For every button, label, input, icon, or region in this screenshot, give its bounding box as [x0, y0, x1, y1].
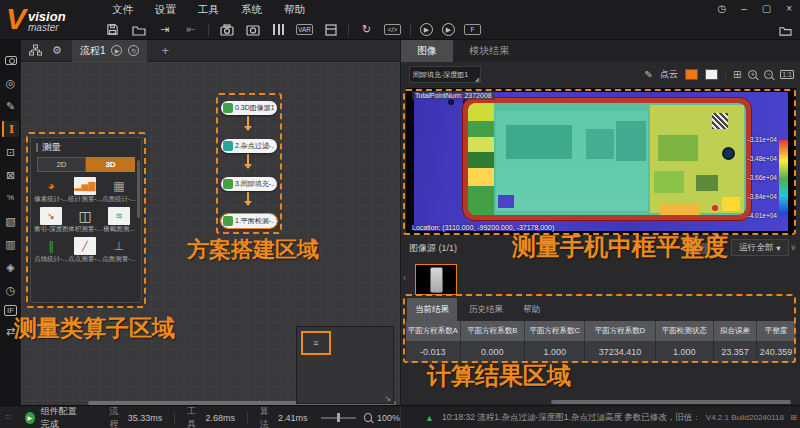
viewer-tab-bar: 图像 模块结果: [401, 40, 800, 62]
defect-detect-icon[interactable]: ▧: [2, 213, 19, 229]
module-icon[interactable]: [322, 22, 339, 38]
tab-flow-1[interactable]: 流程1 ▶ ↻: [72, 40, 148, 62]
collapse-chevron-icon[interactable]: ∨: [790, 243, 796, 252]
deep-learning-icon[interactable]: ▥: [2, 236, 19, 252]
operator-point-line-stats[interactable]: ∥点线统计-...: [34, 237, 68, 264]
table-hscrollbar[interactable]: [551, 400, 791, 404]
flowchart-icon[interactable]: [29, 44, 42, 58]
columns-icon[interactable]: [270, 22, 287, 38]
operator-volume-measure[interactable]: ◫体积测量-...: [68, 207, 102, 234]
operator-point-plane-stats[interactable]: ▦点面统计-...: [102, 177, 136, 204]
script-icon[interactable]: </>: [384, 24, 401, 35]
measurement-icon[interactable]: I: [2, 121, 19, 137]
edit-pencil-icon[interactable]: ✎: [644, 69, 652, 80]
timer-icon[interactable]: ◷: [717, 3, 726, 14]
operator-index-depthmap[interactable]: ↘索引-深度图: [34, 207, 68, 234]
node-plane-detect[interactable]: 1.平面检测-...: [221, 214, 277, 228]
status-drag-handle[interactable]: ∷: [6, 413, 11, 422]
heatmap-patch: [696, 175, 718, 191]
operator-cross-section[interactable]: ≋横截面测...: [102, 207, 136, 234]
tab-3d[interactable]: 3D: [86, 157, 135, 172]
image-viewport[interactable]: -3.31e+04 -3.48e+04 -3.66e+04 -3.84e+04 …: [406, 88, 796, 235]
operator-point-plane-measure[interactable]: ⊥点面测量-...: [102, 237, 136, 264]
camera-settings-icon[interactable]: [218, 22, 235, 38]
tab-2d[interactable]: 2D: [37, 157, 86, 172]
import-icon[interactable]: ⇥: [156, 22, 173, 38]
logo-text-vision: vision: [28, 11, 66, 22]
maximize-icon[interactable]: ▢: [762, 3, 771, 14]
run-flow-loop-icon[interactable]: ↻: [128, 45, 139, 56]
close-icon[interactable]: ×: [786, 3, 792, 14]
chevron-down-icon: ▾: [776, 243, 780, 253]
acquisition-camera-icon[interactable]: [2, 52, 19, 68]
add-flow-tab-button[interactable]: +: [161, 43, 169, 58]
open-folder-icon[interactable]: [130, 22, 147, 38]
magnifier-icon[interactable]: [364, 413, 372, 422]
export-icon[interactable]: ⇤: [182, 22, 199, 38]
canvas-zoom-slider[interactable]: [321, 417, 356, 419]
minimap-viewport[interactable]: ≡: [301, 331, 331, 355]
tab-history-result[interactable]: 历史结果: [461, 298, 511, 321]
location-target-icon[interactable]: ◎: [2, 75, 19, 91]
slider-handle[interactable]: [337, 413, 340, 422]
operators-scrollbar[interactable]: [137, 160, 140, 218]
menu-help[interactable]: 帮助: [284, 3, 305, 17]
communication-icon[interactable]: ⇄: [2, 323, 19, 339]
one-to-one-icon[interactable]: 1:1: [780, 70, 794, 79]
flow-minimap[interactable]: ≡ ↘: [296, 326, 394, 404]
node-noise-filter[interactable]: 2.杂点过滤-...: [221, 139, 277, 153]
colorbar-tick: -3.31e+04: [748, 136, 777, 143]
camera-icon[interactable]: [244, 22, 261, 38]
display-source-dropdown[interactable]: 间隙填充-深度图1◢: [409, 66, 481, 83]
image-processing-icon[interactable]: ✎: [2, 98, 19, 114]
timing-icon[interactable]: ◷: [2, 282, 19, 298]
log-level-icon: ▲: [425, 413, 434, 423]
logic-if-icon[interactable]: IF: [4, 305, 17, 316]
operator-point-point-measure[interactable]: ╱点点测量-...: [68, 237, 102, 264]
app-logo: V vision master: [6, 1, 66, 37]
run-all-dropdown[interactable]: 运行全部▾: [731, 239, 789, 256]
run-continuous-icon[interactable]: ▶: [442, 23, 455, 36]
point-color-swatch-white[interactable]: [705, 69, 718, 80]
run-once-icon[interactable]: ▶: [420, 23, 433, 36]
panel-drag-handle[interactable]: [36, 143, 38, 152]
minimap-resize-icon[interactable]: ↘: [384, 394, 391, 403]
function-icon[interactable]: F: [464, 24, 481, 35]
calibration-icon[interactable]: ⊠: [2, 167, 19, 183]
col-header: 平整度: [757, 321, 796, 341]
logo-text-master: master: [28, 22, 66, 33]
point-color-swatch-orange[interactable]: [685, 69, 698, 80]
operator-stat-measure[interactable]: ▂▅▇统计测量-...: [68, 177, 102, 204]
strip-expand-icon[interactable]: ‹: [403, 273, 406, 283]
color-processing-icon[interactable]: ◈: [2, 259, 19, 275]
save-icon[interactable]: [104, 22, 121, 38]
status-grid-icon[interactable]: ⊞: [790, 413, 797, 422]
menu-file[interactable]: 文件: [112, 3, 133, 17]
version-text: V4.2.1 Build20240118: [706, 413, 784, 422]
node-gap-fill[interactable]: 3.间隙填充-...: [221, 177, 277, 191]
node-3d-image-source[interactable]: 0.3D图像源1: [221, 101, 277, 115]
alignment-icon[interactable]: %: [2, 190, 19, 206]
zoom-in-icon[interactable]: +: [748, 70, 757, 79]
tab-current-result[interactable]: 当前结果: [407, 298, 457, 321]
display-toggle[interactable]: [687, 243, 709, 254]
menu-settings[interactable]: 设置: [155, 3, 176, 17]
menu-tools[interactable]: 工具: [198, 3, 219, 17]
tab-help[interactable]: 帮助: [515, 298, 548, 321]
tab-image[interactable]: 图像: [401, 40, 453, 62]
image-thumbnail-selected[interactable]: [415, 264, 457, 295]
tab-module-result[interactable]: 模块结果: [453, 40, 525, 62]
flow-arrow: [247, 192, 249, 205]
recognition-frame-icon[interactable]: ⊡: [2, 144, 19, 160]
remote-folder-icon[interactable]: [777, 22, 794, 38]
fit-view-icon[interactable]: ⊞: [733, 69, 741, 80]
run-flow-icon[interactable]: ▶: [111, 45, 122, 56]
refresh-icon[interactable]: ↻: [358, 22, 375, 38]
table-row[interactable]: -0.013 0.000 1.000 37234.410 1.000 23.35…: [406, 341, 796, 363]
menu-system[interactable]: 系统: [241, 3, 262, 17]
minimize-icon[interactable]: –: [741, 3, 747, 14]
variables-icon[interactable]: VAR: [296, 24, 313, 35]
wrench-icon[interactable]: ⚙: [52, 44, 62, 57]
operator-pixel-stats[interactable]: ◕像素统计-...: [34, 177, 68, 204]
zoom-out-icon[interactable]: −: [764, 70, 773, 79]
